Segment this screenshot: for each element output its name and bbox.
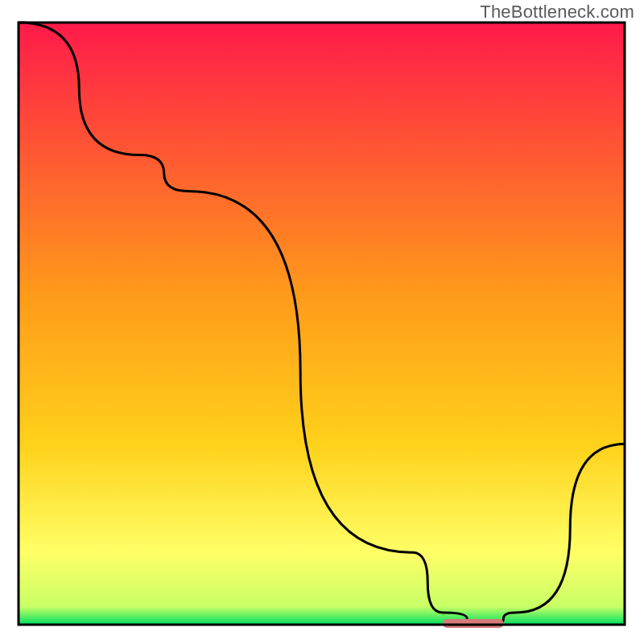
chart-container: { "watermark": "TheBottleneck.com", "cha…	[0, 0, 644, 644]
bottleneck-chart	[0, 0, 644, 644]
plot-background	[19, 23, 625, 625]
